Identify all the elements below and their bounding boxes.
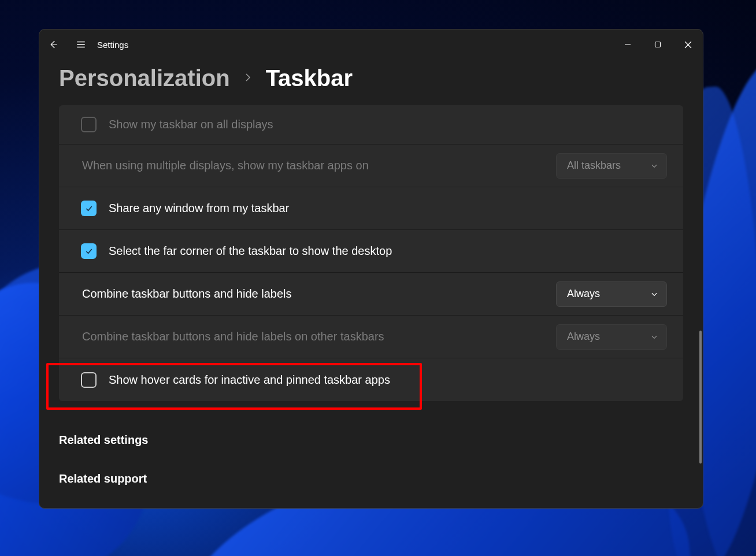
checkbox-show-all-displays[interactable]	[81, 117, 97, 132]
window-controls	[613, 32, 703, 57]
check-icon	[84, 204, 94, 213]
row-far-corner: Select the far corner of the taskbar to …	[59, 230, 683, 273]
app-title: Settings	[97, 40, 128, 50]
dropdown-value: All taskbars	[567, 160, 643, 172]
chevron-down-icon	[650, 162, 658, 170]
row-share-window: Share any window from my taskbar	[59, 187, 683, 230]
row-label: When using multiple displays, show my ta…	[82, 159, 556, 172]
scrollbar-thumb[interactable]	[699, 331, 702, 464]
close-button[interactable]	[673, 32, 703, 57]
dropdown-combine-buttons[interactable]: Always	[556, 281, 667, 307]
row-label: Combine taskbar buttons and hide labels	[82, 287, 556, 301]
minimize-icon	[624, 41, 631, 48]
back-button[interactable]	[39, 31, 67, 58]
dropdown-combine-buttons-other[interactable]: Always	[556, 324, 667, 350]
row-show-all-displays: Show my taskbar on all displays	[59, 105, 683, 144]
hamburger-icon	[75, 39, 87, 50]
row-label: Select the far corner of the taskbar to …	[109, 244, 667, 258]
chevron-down-icon	[650, 333, 658, 341]
row-combine-buttons: Combine taskbar buttons and hide labels …	[59, 273, 683, 316]
arrow-left-icon	[48, 39, 58, 50]
chevron-down-icon	[650, 290, 658, 298]
breadcrumb-parent[interactable]: Personalization	[59, 65, 230, 91]
content-area: Show my taskbar on all displays When usi…	[39, 105, 703, 508]
maximize-button[interactable]	[643, 32, 673, 57]
row-hover-cards: Show hover cards for inactive and pinned…	[59, 358, 683, 401]
related-support-heading: Related support	[59, 472, 683, 485]
row-label: Share any window from my taskbar	[109, 202, 667, 215]
chevron-right-icon	[243, 72, 253, 85]
dropdown-multi-display-apps[interactable]: All taskbars	[556, 153, 667, 179]
settings-window: Settings Personalization Taskbar Show my…	[39, 29, 703, 509]
titlebar: Settings	[39, 29, 703, 60]
settings-list: Show my taskbar on all displays When usi…	[59, 105, 683, 401]
row-label: Show hover cards for inactive and pinned…	[109, 373, 667, 387]
dropdown-value: Always	[567, 288, 643, 300]
minimize-button[interactable]	[613, 32, 643, 57]
breadcrumb: Personalization Taskbar	[39, 60, 703, 105]
svg-rect-0	[655, 42, 661, 47]
dropdown-value: Always	[567, 331, 643, 343]
row-combine-buttons-other: Combine taskbar buttons and hide labels …	[59, 316, 683, 358]
row-label: Combine taskbar buttons and hide labels …	[82, 330, 556, 343]
breadcrumb-current: Taskbar	[266, 65, 353, 91]
checkbox-share-window[interactable]	[81, 201, 97, 216]
checkbox-hover-cards[interactable]	[81, 372, 97, 388]
maximize-icon	[654, 41, 661, 48]
row-multi-display-apps: When using multiple displays, show my ta…	[59, 144, 683, 187]
related-settings-heading: Related settings	[59, 433, 683, 447]
close-icon	[684, 41, 692, 49]
row-label: Show my taskbar on all displays	[109, 118, 667, 131]
checkbox-far-corner[interactable]	[81, 243, 97, 259]
nav-menu-button[interactable]	[67, 31, 95, 58]
check-icon	[84, 247, 94, 256]
